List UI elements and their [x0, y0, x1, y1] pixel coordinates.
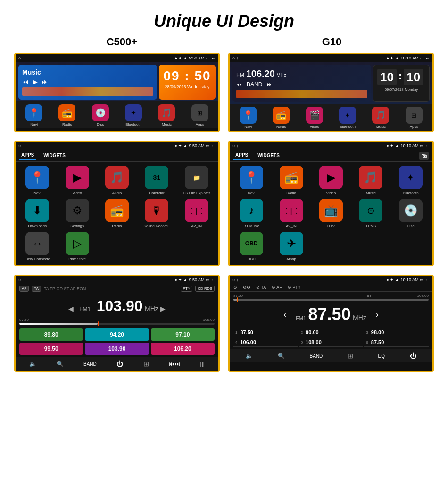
- g10-pty-btn[interactable]: ⊙ PTY: [288, 285, 301, 290]
- g10-appgrid-btmusic[interactable]: ♪ BT Music: [233, 199, 269, 228]
- g10-vol-icon[interactable]: 🔈: [246, 353, 253, 359]
- fm-prev-btn[interactable]: ⏮: [236, 81, 242, 88]
- g10-preset-6[interactable]: 6 87.50: [364, 338, 429, 347]
- g10-appgrid-music[interactable]: 🎵 Music: [353, 166, 389, 195]
- c500-appgrid-easyconnect[interactable]: ↔ Easy Connecte: [19, 232, 55, 261]
- g10-freq-left-btn[interactable]: ‹: [283, 310, 286, 320]
- c500-appgrid-avin[interactable]: ⋮|⋮ AV_IN: [179, 199, 215, 228]
- c500-preset-1[interactable]: 89.80: [19, 328, 83, 341]
- c500-pty-btn[interactable]: PTY: [181, 286, 193, 292]
- c500-appgrid-radio[interactable]: 📻 Radio: [99, 199, 135, 228]
- g10-fm-widget[interactable]: FM 106.20 MHz ⏮ BAND ⏭: [232, 65, 371, 102]
- c500-rds-btn[interactable]: CD RDS: [195, 286, 215, 292]
- c500-preset-2[interactable]: 94.20: [85, 328, 149, 341]
- g10-app-radio[interactable]: 📻 Radio: [273, 107, 290, 129]
- g10-store-icon[interactable]: 🛍: [419, 152, 429, 160]
- g10-preset-5[interactable]: 5 108.00: [299, 338, 364, 347]
- c500-app-navi[interactable]: 📍 Navi: [25, 104, 42, 126]
- c500-appgrid-audio[interactable]: 🎵 Audio: [99, 166, 135, 195]
- g10-app-music[interactable]: 🎵 Music: [372, 107, 389, 129]
- fm-controls[interactable]: ⏮ BAND ⏭: [236, 81, 367, 88]
- c500-preset-5[interactable]: 103.90: [85, 343, 149, 355]
- c500-radio-nav-left[interactable]: ◀: [68, 305, 74, 312]
- c500-power-icon[interactable]: ⏻: [116, 360, 123, 368]
- c500-appgrid-soundrecord[interactable]: 🎙 Sound Record..: [139, 199, 174, 228]
- c500-appgrid-downloads[interactable]: ⬇ Downloads: [19, 199, 55, 228]
- c500-preset-4[interactable]: 99.50: [19, 343, 83, 355]
- g10-preset-4[interactable]: 4 106.00: [233, 338, 298, 347]
- c500-band-btn[interactable]: BAND: [83, 362, 97, 367]
- g10-appgrid-radio[interactable]: 📻 Radio: [273, 166, 309, 195]
- g10-navi-icon: 📍: [240, 107, 257, 124]
- g10-tab-apps[interactable]: APPS: [233, 152, 250, 160]
- g10-radio-icon1[interactable]: ⊙: [233, 285, 237, 290]
- g10-radio-freq-unit: MHz: [353, 314, 366, 321]
- g10-appgrid-amap[interactable]: ✈ Amap: [273, 232, 309, 261]
- prev-btn[interactable]: ⏮: [22, 78, 29, 85]
- c500-eq-icon[interactable]: |||: [200, 361, 204, 367]
- g10-appgrid-navi[interactable]: 📍 Navi: [233, 166, 269, 195]
- g10-radio-screen: ○ ↓ ♦ ✦ ▲ 10:10 AM ▭ ← ⊙ ⚙⚙ ⊙ TA ⊙ AF ⊙ …: [228, 275, 434, 372]
- g10-freq-right-btn[interactable]: ›: [376, 310, 379, 320]
- g10-radio-band: FM1: [296, 315, 306, 321]
- g10-power-icon[interactable]: ⏻: [410, 352, 416, 360]
- c500-preset-3[interactable]: 97.10: [151, 328, 215, 341]
- c500-app-apps[interactable]: ⊞ Apps: [191, 104, 208, 126]
- c500-grid-icon[interactable]: ⊞: [143, 360, 149, 368]
- c500-app-disc[interactable]: 💿 Disc: [92, 104, 109, 126]
- c500-appgrid-esfile[interactable]: 📁 ES File Explorer: [179, 166, 215, 195]
- g10-apps-grid: 📍 Navi 📻 Radio ▶ Video 🎵 Music ✦ Bluetoo…: [230, 162, 432, 265]
- g10-clock-hour: 10: [377, 69, 397, 85]
- g10-eq-btn[interactable]: EQ: [378, 354, 385, 359]
- c500-appgrid-video[interactable]: ▶ Video: [59, 166, 95, 195]
- g10-radio-slider[interactable]: 87.50 ST 108.00: [230, 292, 432, 303]
- c500-apps-status-bar: ○ ♦ ✦ ▲ 9:50 AM ▭ ←: [16, 142, 218, 150]
- c500-music-widget[interactable]: Music ⏮ ▶ ⏭: [18, 65, 157, 100]
- music-controls[interactable]: ⏮ ▶ ⏭: [22, 78, 153, 85]
- c500-appgrid-playstore[interactable]: ▷ Play Store: [59, 232, 95, 261]
- c500-radio-nav-right[interactable]: ▶: [160, 305, 166, 312]
- c500-ta-btn[interactable]: TA: [32, 286, 41, 292]
- c500-appgrid-navi[interactable]: 📍 Navi: [19, 166, 55, 195]
- g10-af-btn[interactable]: ⊙ AF: [272, 285, 282, 290]
- c500-app-radio[interactable]: 📻 Radio: [58, 104, 75, 126]
- c500-tab-widgets[interactable]: WIDGETS: [41, 152, 67, 159]
- c500-appgrid-settings[interactable]: ⚙ Settings: [59, 199, 95, 228]
- g10-appgrid-avin[interactable]: ⋮|⋮ AV_IN: [273, 199, 309, 228]
- c500-af-btn[interactable]: AF: [19, 286, 29, 292]
- g10-preset-2[interactable]: 2 90.00: [299, 328, 364, 337]
- g10-appgrid-tpms[interactable]: ⊙ TPMS: [353, 199, 389, 228]
- g10-band-btn[interactable]: BAND: [310, 354, 323, 359]
- g10-preset-1[interactable]: 1 87.50: [233, 328, 298, 337]
- g10-grid-icon[interactable]: ⊞: [348, 352, 353, 360]
- g10-tab-widgets[interactable]: WIDGETS: [256, 152, 282, 159]
- c500-vol-icon[interactable]: 🔈: [29, 361, 36, 367]
- g10-search-icon[interactable]: 🔍: [278, 353, 285, 359]
- g10-radio-icon2[interactable]: ⚙⚙: [243, 285, 250, 290]
- g10-app-navi[interactable]: 📍 Navi: [240, 107, 257, 129]
- c500-appgrid-calendar[interactable]: 31 Calendar: [139, 166, 174, 195]
- c500-radio-slider[interactable]: 87.50 108.00: [16, 317, 218, 327]
- c500-search-icon[interactable]: 🔍: [57, 361, 64, 367]
- c500-tab-apps[interactable]: APPS: [19, 152, 36, 160]
- g10-app-apps[interactable]: ⊞ Apps: [406, 107, 423, 129]
- g10-appgrid-bluetooth[interactable]: ✦ Bluetooth: [393, 166, 429, 195]
- g10-preset-3[interactable]: 3 98.00: [364, 328, 429, 337]
- next-btn[interactable]: ⏭: [41, 78, 48, 85]
- fm-next-btn[interactable]: ⏭: [267, 81, 273, 88]
- g10-appgrid-disc[interactable]: 💿 Disc: [393, 199, 429, 228]
- play-btn[interactable]: ▶: [33, 78, 38, 85]
- g10-appgrid-dtv[interactable]: 📺 DTV: [313, 199, 349, 228]
- g10-appgrid-video[interactable]: ▶ Video: [313, 166, 349, 195]
- g10-app-video[interactable]: 🎬 Video: [306, 107, 323, 129]
- c500-skip-icon[interactable]: ⏮⏭: [169, 361, 180, 367]
- c500-preset-6[interactable]: 106.20: [151, 343, 215, 355]
- clock-date: 28/09/2016 Wednesday: [163, 84, 212, 89]
- g10-app-bluetooth[interactable]: ✦ Bluetooth: [339, 107, 356, 129]
- c500-app-bluetooth[interactable]: ✦ Bluetooth: [125, 104, 142, 126]
- g10-ta-btn[interactable]: ⊙ TA: [256, 285, 266, 290]
- g10-appgrid-obd[interactable]: OBD OBD: [233, 232, 269, 261]
- col1-header: C500+: [107, 36, 137, 48]
- c500-app-music[interactable]: 🎵 Music: [158, 104, 175, 126]
- c500-navi-lg-icon: 📍: [25, 166, 49, 189]
